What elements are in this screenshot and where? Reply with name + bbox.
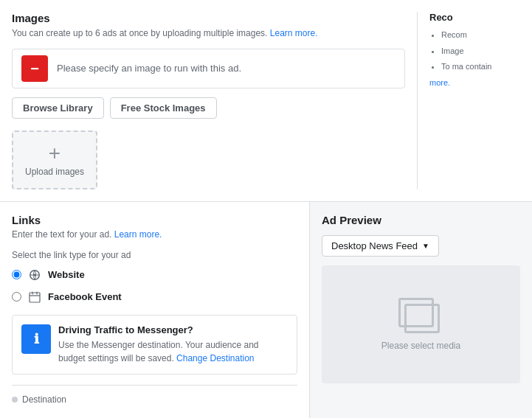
website-radio[interactable] xyxy=(12,270,21,279)
messenger-banner-description: Use the Messenger destination. Your audi… xyxy=(58,338,288,365)
browse-library-button[interactable]: Browse Library xyxy=(12,97,104,119)
minus-icon: − xyxy=(30,61,39,76)
ad-preview-panel: Ad Preview Desktop News Feed ▼ Please se… xyxy=(310,202,532,418)
website-option[interactable]: Website xyxy=(12,268,297,282)
destination-dot xyxy=(12,397,18,403)
facebook-event-icon xyxy=(27,290,42,304)
reco-item-1: Recom xyxy=(441,29,520,42)
facebook-event-option[interactable]: Facebook Event xyxy=(12,290,297,304)
change-destination-link[interactable]: Change Destination xyxy=(176,353,254,363)
desktop-news-feed-dropdown[interactable]: Desktop News Feed ▼ xyxy=(322,235,439,257)
images-learn-more-link[interactable]: Learn more. xyxy=(270,28,318,38)
media-rect-2 xyxy=(404,304,440,333)
facebook-event-label: Facebook Event xyxy=(48,291,122,302)
error-icon-box: − xyxy=(21,55,48,82)
images-panel: Images You can create up to 6 ads at onc… xyxy=(12,12,405,189)
svg-rect-0 xyxy=(30,293,40,302)
upload-label: Upload images xyxy=(25,167,84,177)
image-buttons-row: Browse Library Free Stock Images xyxy=(12,97,405,119)
preview-area: Please select media xyxy=(322,265,520,383)
error-message: Please specify an image to run with this… xyxy=(57,63,241,74)
images-title: Images xyxy=(12,12,405,24)
media-placeholder: Please select media xyxy=(381,298,460,351)
links-panel: Links Enter the text for your ad. Learn … xyxy=(0,202,310,418)
link-type-label: Select the link type for your ad xyxy=(12,250,297,260)
destination-bar: Destination xyxy=(12,385,297,405)
reco-item-3: To ma contain xyxy=(441,60,520,74)
images-description: You can create up to 6 ads at once by up… xyxy=(12,27,405,40)
messenger-content: Driving Traffic to Messenger? Use the Me… xyxy=(58,324,288,365)
free-stock-images-button[interactable]: Free Stock Images xyxy=(110,97,217,119)
links-title: Links xyxy=(12,214,297,226)
media-icon xyxy=(398,298,443,335)
links-learn-more-link[interactable]: Learn more. xyxy=(114,229,162,240)
link-icon xyxy=(27,268,42,282)
links-description: Enter the text for your ad. Learn more. xyxy=(12,229,297,240)
ad-preview-title: Ad Preview xyxy=(322,214,520,226)
reco-list: Recom Image To ma contain xyxy=(429,29,520,74)
facebook-event-radio[interactable] xyxy=(12,292,21,302)
website-label: Website xyxy=(48,269,85,280)
plus-icon: + xyxy=(49,143,61,164)
messenger-banner-title: Driving Traffic to Messenger? xyxy=(58,324,288,335)
image-error-row: − Please specify an image to run with th… xyxy=(12,49,405,88)
chevron-down-icon: ▼ xyxy=(422,242,429,250)
reco-title: Reco xyxy=(429,12,520,23)
messenger-banner: ℹ Driving Traffic to Messenger? Use the … xyxy=(12,315,297,375)
destination-label: Destination xyxy=(22,394,66,405)
upload-images-box[interactable]: + Upload images xyxy=(12,130,97,189)
select-media-text: Please select media xyxy=(381,341,460,351)
reco-more-link[interactable]: more. xyxy=(429,78,450,87)
desktop-news-feed-label: Desktop News Feed xyxy=(331,240,418,251)
recommendations-panel: Reco Recom Image To ma contain more. xyxy=(417,12,520,189)
reco-item-2: Image xyxy=(441,45,520,58)
messenger-icon-box: ℹ xyxy=(21,324,51,354)
info-icon: ℹ xyxy=(34,331,39,347)
